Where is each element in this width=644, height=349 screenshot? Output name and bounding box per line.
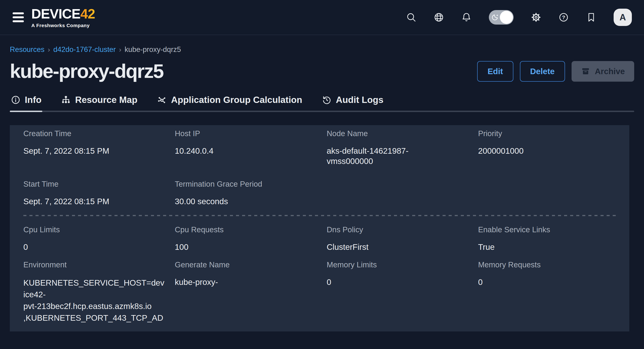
info-row-4: Environment KUBERNETES_SERVICE_HOST=dev … bbox=[23, 260, 629, 324]
tab-resource-map[interactable]: Resource Map bbox=[60, 92, 138, 112]
field-memory-limits: Memory Limits 0 bbox=[327, 260, 478, 324]
tab-application-group-calculation[interactable]: Application Group Calculation bbox=[156, 92, 303, 112]
info-panel: Creation Time Sept. 7, 2022 08:15 PM Hos… bbox=[10, 125, 629, 331]
field-label: Memory Limits bbox=[327, 260, 466, 269]
dark-mode-toggle[interactable] bbox=[489, 10, 514, 25]
globe-icon[interactable] bbox=[434, 12, 444, 23]
field-value: 30.00 seconds bbox=[175, 196, 315, 207]
field-label: Cpu Limits bbox=[23, 225, 163, 234]
tab-bar: Info Resource Map bbox=[10, 92, 634, 112]
field-value: 0 bbox=[327, 277, 466, 287]
environment-value-line: ,KUBERNETES_PORT_443_TCP_AD bbox=[23, 312, 163, 324]
environment-value-line: KUBERNETES_SERVICE_HOST=dev bbox=[23, 277, 163, 289]
main-content: Resources › d42do-1767-cluster › kube-pr… bbox=[0, 45, 644, 112]
field-creation-time: Creation Time Sept. 7, 2022 08:15 PM bbox=[23, 129, 175, 166]
tab-info[interactable]: Info bbox=[10, 92, 42, 112]
bookmark-icon[interactable] bbox=[586, 12, 596, 23]
title-row: kube-proxy-dqrz5 Edit Delete Archive bbox=[10, 60, 634, 83]
breadcrumb: Resources › d42do-1767-cluster › kube-pr… bbox=[10, 45, 634, 54]
avatar-letter: A bbox=[620, 13, 626, 23]
action-buttons: Edit Delete Archive bbox=[477, 61, 634, 82]
search-icon[interactable] bbox=[406, 12, 416, 23]
breadcrumb-separator: › bbox=[119, 46, 121, 54]
field-value: 0 bbox=[23, 242, 163, 252]
breadcrumb-resources[interactable]: Resources bbox=[10, 45, 44, 54]
toggle-knob bbox=[500, 11, 513, 24]
field-label: Generate Name bbox=[175, 260, 315, 269]
field-label: Host IP bbox=[175, 129, 315, 138]
field-enable-service-links: Enable Service Links True bbox=[478, 225, 629, 252]
navbar-left: DEVICE42 A Freshworks Company bbox=[12, 7, 95, 28]
tab-audit-logs-label: Audit Logs bbox=[336, 95, 384, 105]
tab-resource-map-label: Resource Map bbox=[75, 95, 138, 105]
logo-accent-text: 42 bbox=[80, 6, 95, 21]
field-cpu-requests: Cpu Requests 100 bbox=[175, 225, 327, 252]
field-label: Dns Policy bbox=[327, 225, 466, 234]
logo-wordmark: DEVICE42 bbox=[31, 7, 95, 21]
field-label: Environment bbox=[23, 260, 163, 269]
bell-icon[interactable] bbox=[461, 12, 472, 23]
field-value: 100 bbox=[175, 242, 315, 252]
field-label: Start Time bbox=[23, 179, 163, 189]
field-value: Sept. 7, 2022 08:15 PM bbox=[23, 146, 163, 156]
field-label: Node Name bbox=[327, 129, 466, 138]
hub-network-icon bbox=[157, 95, 167, 105]
info-circle-icon bbox=[11, 95, 20, 105]
info-row-2: Start Time Sept. 7, 2022 08:15 PM Termin… bbox=[23, 179, 629, 207]
info-row-1: Creation Time Sept. 7, 2022 08:15 PM Hos… bbox=[23, 129, 629, 166]
tab-application-group-calculation-label: Application Group Calculation bbox=[171, 95, 302, 105]
field-memory-requests: Memory Requests 0 bbox=[478, 260, 629, 324]
field-value: 10.240.0.4 bbox=[175, 146, 315, 156]
field-value: 2000001000 bbox=[478, 146, 618, 156]
field-generate-name: Generate Name kube-proxy- bbox=[175, 260, 327, 324]
question-glyph: ? bbox=[562, 14, 565, 20]
page-title: kube-proxy-dqrz5 bbox=[10, 60, 163, 83]
device42-logo[interactable]: DEVICE42 A Freshworks Company bbox=[31, 7, 95, 28]
history-clock-icon bbox=[322, 95, 332, 105]
top-navbar: DEVICE42 A Freshworks Company bbox=[0, 0, 644, 35]
breadcrumb-separator: › bbox=[48, 46, 50, 54]
hamburger-menu-icon[interactable] bbox=[12, 11, 24, 24]
info-row-3: Cpu Limits 0 Cpu Requests 100 Dns Policy… bbox=[23, 225, 629, 252]
field-value: 0 bbox=[478, 277, 618, 287]
logo-subtitle: A Freshworks Company bbox=[31, 23, 95, 28]
field-host-ip: Host IP 10.240.0.4 bbox=[175, 129, 327, 166]
breadcrumb-current: kube-proxy-dqrz5 bbox=[124, 45, 181, 54]
field-label: Enable Service Links bbox=[478, 225, 618, 234]
field-value: kube-proxy- bbox=[175, 277, 315, 287]
field-label: Termination Grace Period bbox=[175, 179, 315, 189]
field-cpu-limits: Cpu Limits 0 bbox=[23, 225, 175, 252]
field-empty bbox=[327, 179, 478, 207]
gear-icon[interactable] bbox=[531, 12, 541, 23]
field-label: Priority bbox=[478, 129, 618, 138]
navbar-actions: ? A bbox=[406, 9, 632, 26]
breadcrumb-cluster[interactable]: d42do-1767-cluster bbox=[53, 45, 116, 54]
field-value: True bbox=[478, 242, 618, 252]
field-value: Sept. 7, 2022 08:15 PM bbox=[23, 196, 163, 207]
delete-button[interactable]: Delete bbox=[520, 61, 565, 82]
logo-text: DEVICE bbox=[31, 6, 80, 21]
field-termination-grace-period: Termination Grace Period 30.00 seconds bbox=[175, 179, 327, 207]
moon-stars-icon bbox=[491, 13, 500, 22]
field-priority: Priority 2000001000 bbox=[478, 129, 629, 166]
field-node-name: Node Name aks-default-14621987-vmss00000… bbox=[327, 129, 478, 166]
archive-button-label: Archive bbox=[595, 67, 625, 76]
field-value: ClusterFirst bbox=[327, 242, 466, 252]
tab-info-label: Info bbox=[25, 95, 41, 105]
field-label: Creation Time bbox=[23, 129, 163, 138]
archive-button[interactable]: Archive bbox=[572, 61, 634, 82]
field-label: Memory Requests bbox=[478, 260, 618, 269]
dotted-divider bbox=[23, 215, 619, 216]
field-empty bbox=[478, 179, 629, 207]
archive-box-icon bbox=[581, 67, 590, 76]
field-value: aks-default-14621987-vmss000000 bbox=[327, 146, 436, 166]
sitemap-icon bbox=[61, 95, 71, 105]
avatar[interactable]: A bbox=[614, 9, 632, 26]
field-environment: Environment KUBERNETES_SERVICE_HOST=dev … bbox=[23, 260, 175, 324]
help-icon[interactable]: ? bbox=[558, 12, 569, 23]
environment-value-line: pvt-213bec2f.hcp.eastus.azmk8s.io bbox=[23, 300, 163, 312]
field-dns-policy: Dns Policy ClusterFirst bbox=[327, 225, 478, 252]
edit-button[interactable]: Edit bbox=[477, 61, 513, 82]
tab-audit-logs[interactable]: Audit Logs bbox=[321, 92, 384, 112]
field-label: Cpu Requests bbox=[175, 225, 315, 234]
